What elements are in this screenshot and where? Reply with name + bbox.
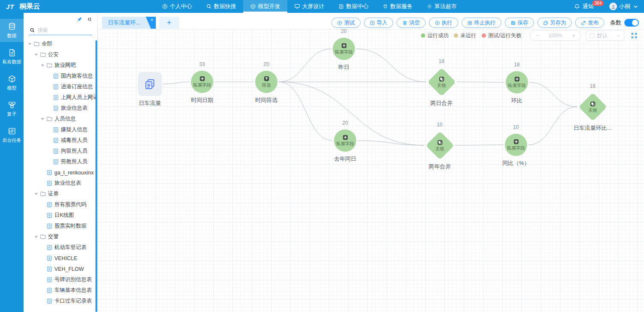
node-shape: 拓展字段 <box>506 71 528 93</box>
toolbar-button[interactable]: 终止执行 <box>462 18 501 28</box>
node-shape-inner: 关联 <box>430 135 450 156</box>
nav-item[interactable]: 个人中心 <box>155 0 199 13</box>
tree-row[interactable]: 全部 <box>24 39 97 49</box>
fit-view-button[interactable] <box>629 31 639 40</box>
tab-fold <box>143 17 156 29</box>
tree-row[interactable]: 旅业网吧 <box>24 60 97 71</box>
search-input[interactable] <box>38 27 91 33</box>
rail-item[interactable]: 数据 <box>0 19 24 42</box>
rail-item[interactable]: 模型 <box>0 71 24 94</box>
bell-icon[interactable] <box>574 3 580 10</box>
tree-row[interactable]: 国内旅客信息 <box>24 71 97 81</box>
collapse-panel-icon[interactable] <box>86 16 92 22</box>
pin-icon[interactable] <box>76 16 82 22</box>
tab-close-icon[interactable]: × <box>150 17 153 22</box>
view-mode-select[interactable]: 默认 <box>586 30 624 41</box>
tree-row[interactable]: 上网人员上网记录 <box>24 92 97 103</box>
tree-row[interactable]: 证券 <box>24 189 97 199</box>
canvas-toolbar: 测试导入清空执行终止执行保存另存为发布 条数 <box>331 18 639 28</box>
user-name[interactable]: 小桐 <box>619 3 630 10</box>
open-model-tab[interactable]: 日车流量环... × <box>102 17 156 29</box>
data-service-icon <box>382 3 388 9</box>
toolbar-button-label: 终止执行 <box>474 19 496 27</box>
node-op-label: 拓展字段 <box>508 83 526 89</box>
nav-item[interactable]: 算法超市 <box>420 0 464 13</box>
node-op-label: 关联 <box>588 107 597 113</box>
folder-icon <box>46 116 53 122</box>
tree-row[interactable]: 戒毒所人员 <box>24 135 97 146</box>
node-count: 18 <box>438 58 444 64</box>
add-tab-button[interactable]: + <box>159 17 179 29</box>
toolbar-button-label: 保存 <box>518 19 528 27</box>
tree-row[interactable]: 旅业信息表 <box>24 103 97 114</box>
zoom-in-button[interactable]: + <box>572 33 575 39</box>
rows-toggle[interactable] <box>624 19 639 27</box>
toolbar-button[interactable]: 导入 <box>364 18 393 28</box>
folder-icon <box>40 234 46 240</box>
tree-row-label: 上网人员上网记录 <box>61 94 97 101</box>
flow-canvas[interactable]: 运行成功未运行测试/运行失败 − 100% + 默认 日车流量33拓展字段时间日… <box>98 29 644 312</box>
node-shape: 关联 <box>426 131 454 159</box>
import-icon <box>370 20 375 26</box>
node-count: 10 <box>513 124 519 130</box>
avatar[interactable] <box>609 3 617 10</box>
rail-item[interactable]: 算子 <box>0 97 24 120</box>
rail-item[interactable]: 私有数据 <box>0 45 24 68</box>
left-rail: 数据私有数据模型算子后台任务 <box>0 13 24 312</box>
tree-row[interactable]: 机动车登记表 <box>24 242 97 253</box>
tree-row-label: 交警 <box>48 233 59 240</box>
nav-item[interactable]: 大屏设计 <box>287 0 331 13</box>
table-icon <box>46 276 53 283</box>
tree-row[interactable]: 劳教所人员 <box>24 156 97 167</box>
node-count: 18 <box>514 62 519 68</box>
tree-row[interactable]: 公安 <box>24 49 97 60</box>
toolbar-button[interactable]: 保存 <box>505 18 534 28</box>
tree-row[interactable]: 旅业信息表 <box>24 178 97 189</box>
tree-scrollbar[interactable] <box>95 40 97 312</box>
tree-row[interactable]: 卡口过车记录表 <box>24 296 97 306</box>
tree-row[interactable]: 所有股票代码 <box>24 199 97 210</box>
tree-row[interactable]: 交警 <box>24 231 97 242</box>
tree-row[interactable]: 进港订座信息 <box>24 81 97 92</box>
toolbar-button[interactable]: 另存为 <box>537 18 572 28</box>
tree-row[interactable]: VEH_FLOW <box>24 264 97 274</box>
zoom-out-button[interactable]: − <box>536 33 539 39</box>
rail-item-label: 模型 <box>7 85 17 91</box>
trash-icon <box>402 20 408 26</box>
data-tree-panel: 全部公安旅业网吧国内旅客信息进港订座信息上网人员上网记录旅业信息表人员信息嫌疑人… <box>24 13 98 312</box>
chevron-down-icon[interactable] <box>632 3 639 10</box>
node-op-label: 关联 <box>435 146 444 152</box>
toolbar-button[interactable]: 清空 <box>397 18 426 28</box>
tree-row[interactable]: ga_t_renkouxinx <box>24 167 97 178</box>
notification-badge: 384 <box>592 0 604 6</box>
private-data-icon <box>8 48 16 57</box>
save-as-icon <box>543 20 549 26</box>
nav-item[interactable]: 数据服务 <box>376 0 420 13</box>
nav-item[interactable]: 模型开发 <box>243 0 287 13</box>
tree-row[interactable]: 拘留所人员 <box>24 146 97 156</box>
rail-item[interactable]: 后台任务 <box>0 123 24 147</box>
node-shape: 拓展字段 <box>191 71 213 93</box>
folder-icon <box>33 41 40 47</box>
flow-edges-layer <box>98 29 644 312</box>
tree-row[interactable]: 号牌识别信息表 <box>24 274 97 285</box>
nav-item[interactable]: 数据中心 <box>331 0 376 13</box>
status-legend: 运行成功未运行测试/运行失败 <box>421 32 522 39</box>
node-shape: 关联 <box>578 93 607 121</box>
tree-row[interactable]: 嫌疑人信息 <box>24 124 97 135</box>
toolbar-button[interactable]: 发布 <box>575 18 604 28</box>
table-icon <box>46 212 53 219</box>
tree-row[interactable]: VEHICLE <box>24 253 97 264</box>
nav-item[interactable]: 数据快搜 <box>199 0 243 13</box>
join-icon <box>438 75 445 82</box>
tree-row[interactable]: 人员信息 <box>24 114 97 124</box>
tree-row[interactable]: 股票实时数据 <box>24 221 97 231</box>
node-name-label: 同比（%） <box>502 159 530 167</box>
plus-icon <box>199 75 206 82</box>
tree-row-label: 国内旅客信息 <box>61 72 93 80</box>
flow-edge <box>528 107 577 145</box>
tree-row[interactable]: 车辆基本信息表 <box>24 285 97 296</box>
toolbar-button[interactable]: 执行 <box>429 18 458 28</box>
toolbar-button[interactable]: 测试 <box>331 18 361 28</box>
tree-row[interactable]: 日K线图 <box>24 210 97 221</box>
